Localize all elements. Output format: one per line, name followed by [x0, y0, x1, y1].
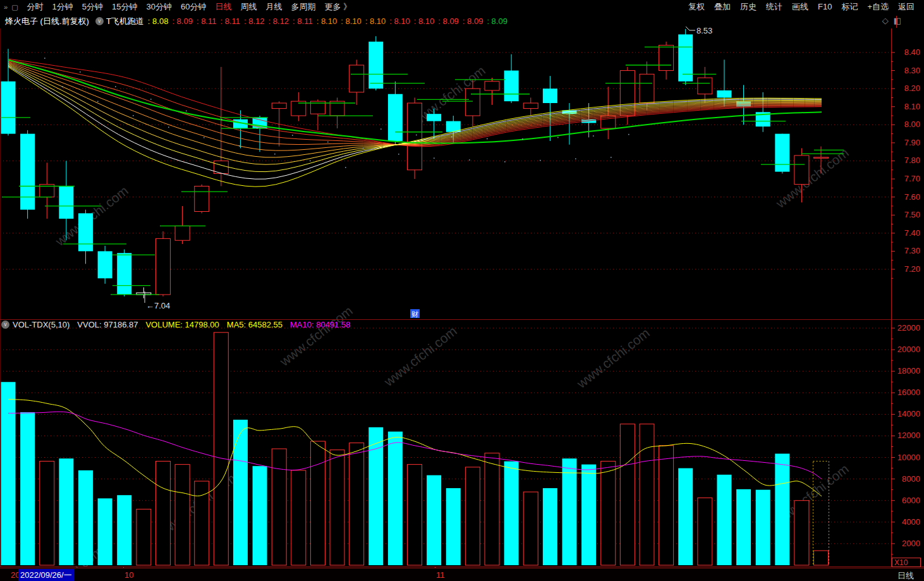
speck	[327, 142, 329, 143]
speck	[593, 135, 594, 137]
price-axis-label: 7.70	[904, 174, 920, 183]
speck	[611, 157, 612, 158]
volume-bar-up	[195, 481, 209, 565]
volume-bar-down	[368, 427, 383, 565]
volume-bar-up	[350, 443, 364, 565]
volume-bar-up	[330, 450, 344, 565]
volume-bar-down	[543, 488, 557, 565]
candle-body-up	[640, 74, 654, 103]
volume-axis-label: 4000	[902, 517, 920, 527]
volume-bar-down	[1, 382, 16, 565]
candle-body-down	[543, 89, 557, 103]
speck	[557, 137, 559, 138]
volume-axis-label: 2000	[902, 539, 920, 548]
volume-bar-up	[175, 465, 190, 565]
price-axis-label: 7.80	[904, 156, 920, 165]
speck	[150, 99, 152, 100]
volume-bar-down	[736, 489, 751, 565]
candle-body-up	[155, 238, 170, 295]
candle-body-down	[59, 186, 73, 218]
price-axis-label: 8.30	[904, 66, 920, 75]
volume-header: ∨ VOL-TDX(5,10)VVOL: 97186.87VOLUME: 147…	[1, 319, 365, 329]
volume-bar-up	[465, 467, 480, 565]
candle-body-up	[465, 89, 480, 116]
candle-body-down	[504, 71, 519, 102]
month-label-10: 10	[125, 570, 133, 580]
volume-bar-up	[814, 551, 829, 565]
volume-axis-label: 10000	[897, 453, 920, 462]
candle-body-down	[1, 82, 16, 134]
volume-bar-up	[640, 424, 654, 565]
selected-date-badge[interactable]: 2022/09/26/一	[18, 569, 74, 581]
speck	[487, 138, 488, 140]
speck	[345, 167, 346, 168]
speck	[221, 119, 222, 121]
volume-bar-down	[20, 412, 35, 565]
volume-bar-up	[155, 462, 170, 565]
volume-readout-3: MA5: 64582.55	[227, 320, 283, 329]
candle-body-down	[98, 251, 112, 278]
speck	[416, 135, 417, 136]
volume-bar-up	[40, 462, 54, 565]
speck	[186, 111, 187, 112]
volume-bar-down	[562, 458, 576, 565]
candle-body-down	[117, 253, 131, 295]
volume-axis-label: 8000	[902, 474, 920, 484]
candle-body-up	[814, 157, 829, 159]
high-annotation: 8.53	[696, 26, 712, 35]
high-pointer	[686, 27, 695, 30]
volume-axis-label: 16000	[897, 388, 920, 397]
candle-body-down	[775, 134, 789, 172]
volume-readout-0: VOL-TDX(5,10)	[13, 320, 70, 329]
volume-bar-down	[446, 488, 461, 565]
volume-axis-label: 22000	[897, 323, 920, 333]
volume-axis-label: 12000	[897, 431, 920, 440]
volume-bar-up	[310, 441, 325, 565]
candle-body-up	[175, 226, 190, 240]
speck	[398, 154, 399, 155]
volume-bar-down	[117, 495, 131, 565]
volume-bar-up	[523, 492, 538, 565]
price-axis-label: 7.50	[904, 210, 920, 219]
candle-body-up	[794, 156, 809, 185]
volume-axis-label: 20000	[897, 345, 920, 354]
volume-bar-down	[59, 458, 73, 565]
volume-unit-label: X10	[894, 558, 908, 567]
volume-bar-up	[794, 501, 809, 565]
watermark-5: www.cfchi.com	[381, 324, 459, 389]
price-axis-label: 8.20	[904, 83, 920, 93]
volume-bar-down	[78, 470, 93, 565]
speck	[380, 128, 382, 130]
chart-canvas: www.cfchi.comwww.cfchi.comwww.cfchi.comw…	[0, 0, 924, 581]
candle-body-up	[659, 46, 674, 71]
speck	[292, 135, 293, 136]
speck	[257, 128, 258, 129]
price-axis-label: 7.30	[904, 246, 920, 255]
candle-body-down	[388, 94, 403, 141]
price-axis-label: 7.90	[904, 138, 920, 147]
volume-bar-up	[272, 449, 286, 565]
speck	[204, 137, 205, 138]
volume-bar-up	[659, 446, 674, 565]
month-label-11: 11	[436, 570, 445, 580]
volume-bar-down	[504, 462, 519, 565]
candle-body-down	[78, 213, 93, 251]
price-axis-label: 7.40	[904, 228, 920, 238]
speck	[434, 157, 435, 159]
speck	[504, 161, 506, 162]
candle-body-up	[485, 82, 499, 90]
speck	[310, 161, 311, 162]
candle-body-up	[523, 103, 538, 109]
candle-body-up	[698, 78, 712, 94]
speck	[115, 86, 116, 87]
speck	[274, 154, 276, 155]
candle-body-down	[368, 42, 383, 89]
candle-body-up	[272, 103, 286, 109]
status-bar: 20 2022/09/26/一 1011 日线	[0, 568, 924, 581]
volume-bar-down	[388, 432, 403, 565]
volume-collapse-icon[interactable]: ∨	[1, 321, 9, 329]
speck	[363, 148, 364, 149]
speck	[575, 158, 576, 159]
volume-bar-down	[98, 498, 112, 565]
volume-bar-up	[214, 333, 228, 565]
